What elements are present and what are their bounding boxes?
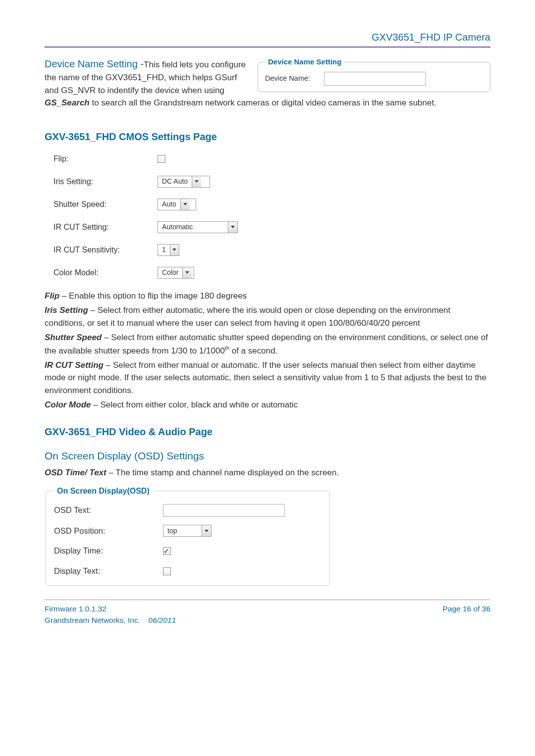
flip-term: Flip: [45, 291, 59, 301]
flip-desc: – Enable this option to flip the image 1…: [59, 291, 247, 301]
flip-checkbox[interactable]: [158, 155, 165, 163]
display-text-checkbox[interactable]: [163, 567, 171, 575]
dns-text-b: to search all the Grandstream network ca…: [90, 98, 436, 107]
chevron-down-icon: [228, 222, 237, 233]
ircutsens-label: IR CUT Sensitivity:: [54, 244, 158, 256]
page-footer: Firmware 1.0.1.32 Page 16 of 36 Grandstr…: [45, 600, 490, 626]
ircutsens-select[interactable]: 1: [158, 244, 179, 256]
iris-select-value: DC Auto: [158, 176, 192, 187]
chevron-down-icon: [192, 176, 201, 187]
osd-pos-label: OSD Position:: [54, 525, 163, 537]
colormodel-select[interactable]: Color: [158, 267, 194, 279]
osd-fieldset: On Screen Display(OSD) OSD Text: OSD Pos…: [46, 485, 330, 586]
osd-pos-value: top: [163, 525, 202, 536]
shutter-desc-b: of a second.: [229, 346, 277, 355]
iris-label: Iris Setting:: [54, 176, 158, 188]
dns-heading: Device Name Setting -: [45, 58, 144, 69]
va-heading: GXV-3651_FHD Video & Audio Page: [45, 424, 490, 439]
chevron-down-icon: [180, 199, 190, 210]
ircut-select[interactable]: Automatic: [158, 221, 238, 233]
shutter-sup: th: [225, 345, 229, 351]
device-name-input[interactable]: [324, 72, 426, 86]
cmos-settings-panel: Flip: Iris Setting: DC Auto Shutter Spee…: [54, 153, 276, 279]
cmos-heading: GXV-3651_FHD CMOS Settings Page: [45, 129, 490, 144]
footer-firmware: Firmware 1.0.1.32: [45, 603, 107, 614]
display-time-checkbox[interactable]: [163, 547, 171, 555]
device-name-fieldset: Device Name Setting Device Name:: [258, 56, 490, 92]
osd-subheading: On Screen Display (OSD) Settings: [45, 448, 490, 464]
ircut-term: IR CUT Setting: [45, 360, 104, 370]
dns-bold: GS_Search: [45, 98, 90, 107]
footer-page: Page 16 of 36: [442, 603, 490, 614]
device-name-legend: Device Name Setting: [265, 56, 344, 68]
ircut-select-value: Automatic: [158, 222, 228, 233]
ircut-desc: – Select from either manual or automatic…: [45, 360, 486, 395]
colormodel-select-value: Color: [158, 267, 182, 278]
osd-text-label: OSD Text:: [54, 504, 163, 516]
display-time-label: Display Time:: [54, 545, 163, 557]
ircut-label: IR CUT Setting:: [54, 221, 158, 233]
flip-label: Flip:: [54, 153, 158, 165]
footer-company: Grandstream Networks, Inc.: [45, 616, 140, 624]
chevron-down-icon: [202, 525, 211, 536]
display-text-label: Display Text:: [54, 565, 163, 577]
shutter-select-value: Auto: [158, 199, 180, 210]
shutter-select[interactable]: Auto: [158, 199, 196, 210]
page-header-title: GXV3651_FHD IP Camera: [45, 30, 490, 48]
device-name-label: Device Name:: [265, 73, 310, 84]
chevron-down-icon: [170, 245, 179, 255]
shutter-term: Shutter Speed: [45, 333, 102, 342]
shutter-label: Shutter Speed:: [54, 199, 158, 210]
iris-desc: – Select from either automatic, where th…: [45, 305, 450, 328]
osd-legend: On Screen Display(OSD): [54, 485, 153, 497]
osd-desc: – The time stamp and channel name displa…: [107, 468, 339, 477]
footer-date: 06/2011: [142, 616, 176, 624]
osd-term: OSD Time/ Text: [45, 468, 107, 477]
colormode-desc: – Select from either color, black and wh…: [91, 400, 298, 409]
iris-term: Iris Setting: [45, 305, 88, 315]
colormode-term: Color Mode: [45, 400, 91, 409]
chevron-down-icon: [182, 267, 192, 278]
colormodel-label: Color Model:: [54, 267, 158, 279]
osd-text-input[interactable]: [163, 504, 285, 517]
iris-select[interactable]: DC Auto: [158, 176, 210, 188]
osd-pos-select[interactable]: top: [163, 525, 212, 537]
ircutsens-select-value: 1: [158, 245, 170, 255]
